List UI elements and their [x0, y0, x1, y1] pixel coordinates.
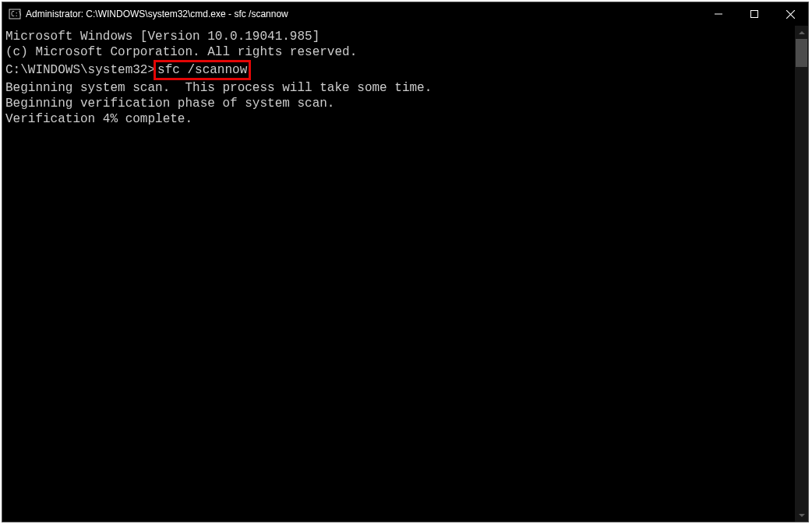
minimize-button[interactable]	[701, 2, 736, 26]
window-controls	[701, 2, 808, 26]
maximize-button[interactable]	[736, 2, 772, 26]
close-button[interactable]	[772, 2, 808, 26]
window-title: Administrator: C:\WINDOWS\system32\cmd.e…	[26, 9, 701, 19]
output-line: Beginning system scan. This process will…	[5, 80, 795, 96]
prompt-line: C:\WINDOWS\system32>sfc /scannow	[5, 60, 795, 80]
cmd-window: C:\ Administrator: C:\WINDOWS\system32\c…	[2, 2, 809, 522]
svg-rect-3	[751, 11, 758, 18]
svg-marker-6	[799, 31, 805, 34]
svg-marker-7	[799, 514, 805, 517]
terminal-body: Microsoft Windows [Version 10.0.19041.98…	[2, 26, 808, 522]
scroll-track[interactable]	[795, 39, 808, 508]
scroll-up-button[interactable]	[795, 26, 808, 39]
vertical-scrollbar[interactable]	[795, 26, 808, 522]
cmd-icon: C:\	[9, 8, 21, 20]
output-line: Beginning verification phase of system s…	[5, 96, 795, 111]
output-line: Verification 4% complete.	[5, 111, 795, 127]
svg-text:C:\: C:\	[11, 11, 21, 18]
titlebar[interactable]: C:\ Administrator: C:\WINDOWS\system32\c…	[2, 2, 808, 26]
scroll-thumb[interactable]	[796, 39, 807, 67]
prompt-text: C:\WINDOWS\system32>	[5, 63, 155, 77]
output-line: (c) Microsoft Corporation. All rights re…	[5, 44, 795, 60]
command-highlight: sfc /scannow	[154, 60, 251, 80]
scroll-down-button[interactable]	[795, 508, 808, 522]
output-line: Microsoft Windows [Version 10.0.19041.98…	[5, 29, 795, 44]
terminal-content[interactable]: Microsoft Windows [Version 10.0.19041.98…	[2, 26, 795, 522]
